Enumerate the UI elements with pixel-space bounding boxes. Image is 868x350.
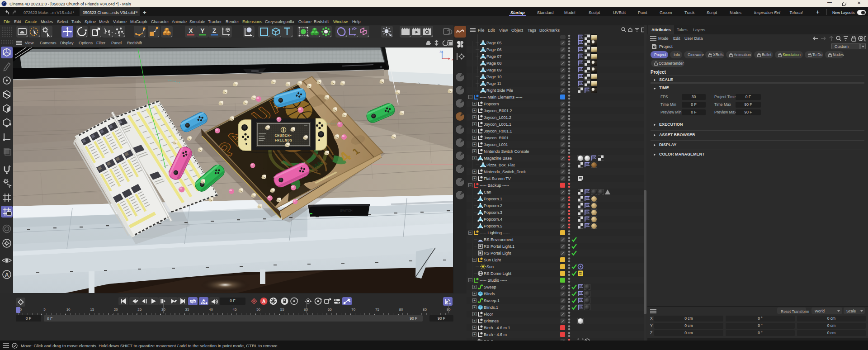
svg-text:A: A xyxy=(5,272,9,278)
svg-text:+: + xyxy=(473,312,476,316)
svg-text:+: + xyxy=(473,176,476,180)
svg-text:+: + xyxy=(473,170,476,174)
svg-text:+: + xyxy=(473,142,476,147)
svg-text:+: + xyxy=(473,102,476,106)
svg-text:+: + xyxy=(473,332,476,336)
svg-text:+: + xyxy=(473,292,476,296)
svg-text:X: X xyxy=(189,27,193,34)
svg-text:+: + xyxy=(473,129,476,133)
svg-text:SWITCH: SWITCH xyxy=(340,209,353,212)
svg-text:−: − xyxy=(469,231,472,235)
svg-text:+: + xyxy=(473,319,476,323)
svg-text:−: − xyxy=(469,183,472,187)
svg-text:A: A xyxy=(262,299,265,304)
svg-text:+: + xyxy=(473,115,476,119)
svg-text:CHURCH~: CHURCH~ xyxy=(274,134,292,138)
svg-text:FRIENDS: FRIENDS xyxy=(274,138,292,143)
svg-text:+: + xyxy=(473,305,476,309)
svg-text:A: A xyxy=(202,298,205,303)
svg-text:+: + xyxy=(473,298,476,303)
svg-text:+: + xyxy=(473,122,476,126)
svg-text:+: + xyxy=(473,285,476,289)
svg-text:−: − xyxy=(469,278,472,282)
svg-text:+: + xyxy=(473,156,476,160)
svg-text:−: − xyxy=(469,95,472,99)
svg-text:Y: Y xyxy=(200,27,205,34)
svg-text:Z: Z xyxy=(212,27,217,34)
svg-text:+: + xyxy=(473,109,476,113)
svg-text:+: + xyxy=(473,326,476,330)
svg-text:−: − xyxy=(473,258,476,262)
svg-text:+: + xyxy=(473,149,476,153)
svg-text:z: z xyxy=(439,49,441,53)
svg-text:+: + xyxy=(473,136,476,140)
